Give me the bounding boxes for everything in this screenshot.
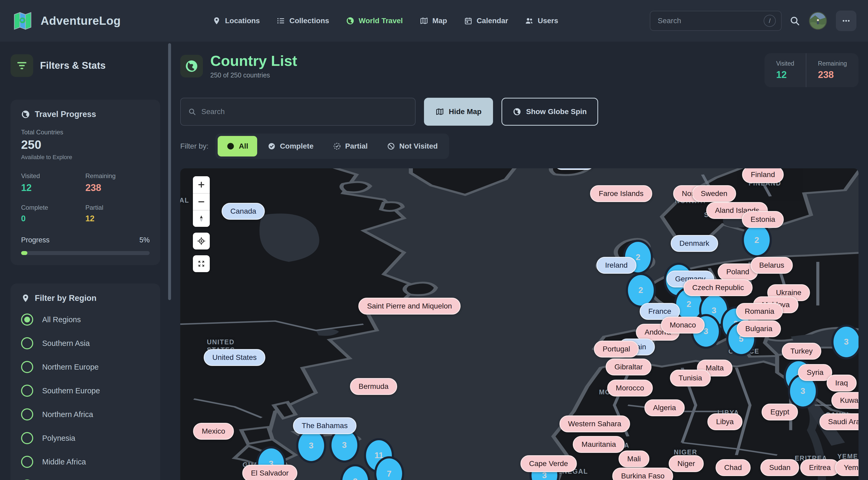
navbar-search[interactable]: / [650,11,781,31]
brand[interactable]: AdventureLog [11,10,121,32]
radio-unchecked[interactable] [21,432,33,444]
radio-unchecked[interactable] [21,456,33,468]
radio-unchecked[interactable] [21,361,33,373]
radio-unchecked[interactable] [21,385,33,397]
country-pill-iraq[interactable]: Iraq [827,375,857,391]
filter-chip-partial[interactable]: Partial [324,136,377,157]
country-pill-chad[interactable]: Chad [715,459,750,476]
map-zoom-out-button[interactable] [193,193,210,210]
complete-label: Complete [21,204,85,211]
country-search-input[interactable] [201,107,408,116]
map-zoom-in-button[interactable] [193,176,210,193]
country-pill-turkey[interactable]: Turkey [782,343,822,360]
country-pill-the-bahamas[interactable]: The Bahamas [293,417,356,434]
radio-unchecked[interactable] [21,337,33,349]
navbar: AdventureLog LocationsCollectionsWorld T… [0,0,868,42]
region-option-northern-africa[interactable]: Northern Africa [21,408,150,420]
region-option-middle-africa[interactable]: Middle Africa [21,456,150,468]
country-pill-mali[interactable]: Mali [618,450,649,467]
pin-icon [21,294,30,303]
nav-item-users[interactable]: Users [525,17,558,25]
stats-visited-value: 12 [776,69,794,81]
map-compass-button[interactable] [193,210,210,227]
country-pill-western-sahara[interactable]: Western Sahara [559,415,630,432]
calendar-icon [464,17,472,25]
country-pill-estonia[interactable]: Estonia [742,211,784,228]
slash-shortcut-badge: / [764,15,776,27]
country-pill-yemen[interactable]: Yemen [835,459,859,476]
filter-chip-complete[interactable]: Complete [259,136,322,157]
country-pill-romania[interactable]: Romania [736,303,783,320]
world-map[interactable]: ALUNITED STATESNORWAYSWEDENFINLANDGREECE… [180,168,859,480]
region-option-southern-europe[interactable]: Southern Europe [21,385,150,397]
country-pill-eritrea[interactable]: Eritrea [800,459,839,476]
search-icon[interactable] [789,15,800,26]
radio-checked[interactable] [21,314,33,326]
map-fullscreen-button[interactable] [193,255,210,272]
region-option-northern-europe[interactable]: Northern Europe [21,361,150,373]
travel-progress-card: Travel Progress Total Countries 250 Avai… [10,100,160,265]
visited-value: 12 [21,182,85,193]
stats-visited-label: Visited [776,60,794,67]
country-pill-czech-republic[interactable]: Czech Republic [684,279,752,296]
country-pill-mauritania[interactable]: Mauritania [573,436,625,453]
more-menu-button[interactable] [836,10,857,31]
sidebar-scrollbar[interactable] [168,43,171,300]
filter-chip-all[interactable]: All [218,136,257,157]
total-countries-label: Total Countries [21,129,150,136]
country-pill-bulgaria[interactable]: Bulgaria [737,320,781,337]
filter-chip-not-visited[interactable]: Not Visited [378,136,447,157]
country-pill-libya[interactable]: Libya [707,413,742,430]
country-pill-bermuda[interactable]: Bermuda [350,378,397,395]
country-pill-mexico[interactable]: Mexico [193,423,234,440]
country-pill-monaco[interactable]: Monaco [661,317,705,333]
nav-item-collections[interactable]: Collections [277,17,329,25]
country-pill-faroe-islands[interactable]: Faroe Islands [590,185,652,202]
nav-item-world-travel[interactable]: World Travel [346,17,403,25]
region-filter-title: Filter by Region [35,293,96,303]
avatar[interactable] [809,12,827,30]
remaining-label: Remaining [85,172,150,180]
country-pill-el-salvador[interactable]: El Salvador [242,465,297,480]
country-pill-algeria[interactable]: Algeria [644,399,685,416]
nav-item-locations[interactable]: Locations [212,17,260,25]
country-pill-finland[interactable]: Finland [742,168,784,183]
country-pill-denmark[interactable]: Denmark [671,235,718,252]
country-pill-burkina-faso[interactable]: Burkina Faso [612,468,673,480]
map-cluster-marker[interactable]: 3 [831,325,859,359]
country-pill-ireland[interactable]: Ireland [596,257,637,274]
globe-icon [346,17,354,25]
region-option-all-regions[interactable]: All Regions [21,314,150,326]
country-pill-canada[interactable]: Canada [222,203,265,220]
show-globe-spin-button[interactable]: Show Globe Spin [501,98,598,126]
country-pill-gibraltar[interactable]: Gibraltar [606,358,651,376]
country-pill-united-states[interactable]: United States [204,349,266,366]
navbar-search-input[interactable] [658,17,764,25]
stats-remaining-value: 238 [818,69,847,81]
country-pill-belarus[interactable]: Belarus [750,257,793,274]
map-locate-button[interactable] [193,233,210,250]
country-pill-cape-verde[interactable]: Cape Verde [521,455,577,472]
map-cluster-marker[interactable]: 2 [626,273,656,308]
country-search[interactable] [180,98,415,126]
country-pill-saudi-arabia[interactable]: Saudi Arabia [819,413,859,430]
globe-icon [227,142,235,150]
country-pill-tunisia[interactable]: Tunisia [670,370,711,386]
region-option-polynesia[interactable]: Polynesia [21,432,150,444]
country-pill-syria[interactable]: Syria [798,364,832,381]
sidebar: Filters & Stats Travel Progress Total Co… [0,42,172,480]
country-pill-sudan[interactable]: Sudan [761,459,799,476]
country-pill-egypt[interactable]: Egypt [762,404,798,420]
nav-item-calendar[interactable]: Calendar [464,17,508,25]
country-pill-portugal[interactable]: Portugal [594,341,639,357]
progress-percent: 5% [140,236,150,244]
region-option-southern-asia[interactable]: Southern Asia [21,337,150,349]
country-pill-morocco[interactable]: Morocco [607,380,653,396]
country-pill-kuwait[interactable]: Kuwait [831,392,859,409]
radio-unchecked[interactable] [21,408,33,420]
country-pill-niger[interactable]: Niger [669,455,704,472]
nav-item-map[interactable]: Map [420,17,447,25]
country-pill-sweden[interactable]: Sweden [692,185,736,202]
country-pill-saint-pierre-and-miquelon[interactable]: Saint Pierre and Miquelon [359,298,461,315]
hide-map-button[interactable]: Hide Map [424,98,493,126]
